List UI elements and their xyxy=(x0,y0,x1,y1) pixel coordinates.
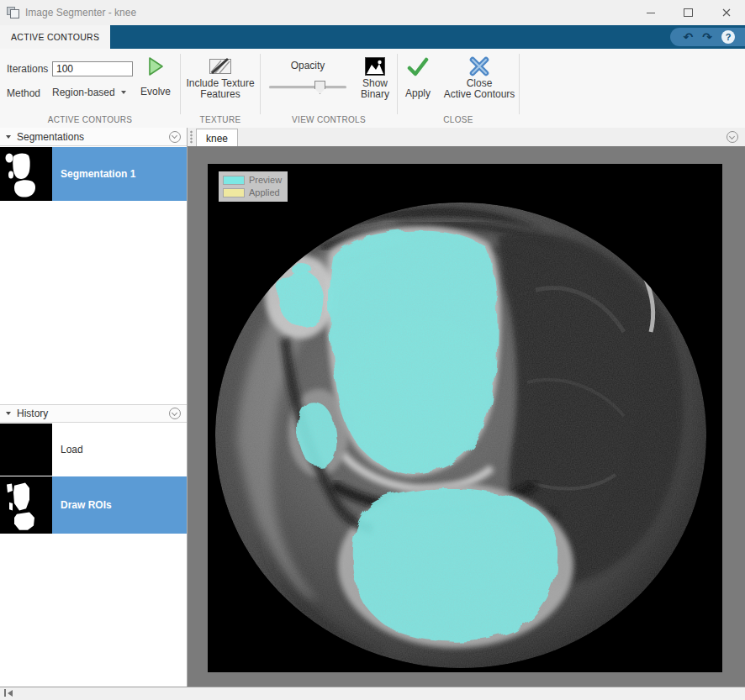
texture-label-line2: Features xyxy=(200,89,240,100)
collapse-arrow-icon xyxy=(8,690,13,697)
tab-drag-handle-icon[interactable] xyxy=(190,130,193,144)
app-icon xyxy=(7,7,19,18)
section-texture: TEXTURE xyxy=(181,115,260,124)
evolve-play-icon xyxy=(146,55,165,77)
segmentation-item-label: Segmentation 1 xyxy=(61,168,135,180)
window-title: Image Segmenter - knee xyxy=(25,7,136,18)
history-item-draw-rois[interactable]: Draw ROIs xyxy=(0,476,187,534)
chevron-down-icon xyxy=(121,91,126,94)
segmentations-panel-header[interactable]: Segmentations xyxy=(0,128,187,146)
close-label-line2: Active Contours xyxy=(444,89,515,100)
group-active-contours: Iterations Method Region-based Evolve AC… xyxy=(0,49,180,128)
draw-rois-thumbnail xyxy=(0,476,52,534)
show-binary-label-line2: Binary xyxy=(361,89,389,100)
evolve-button[interactable]: Evolve xyxy=(135,55,177,97)
window-controls xyxy=(631,0,745,25)
undo-icon[interactable]: ↶ xyxy=(684,31,694,43)
section-active-contours: ACTIVE CONTOURS xyxy=(0,115,180,124)
history-item-label: Draw ROIs xyxy=(61,499,112,511)
opacity-label: Opacity xyxy=(267,60,348,71)
apply-check-icon xyxy=(406,55,430,77)
close-active-contours-button[interactable]: Close Active Contours xyxy=(440,55,519,100)
iterations-input[interactable] xyxy=(52,61,133,76)
texture-icon xyxy=(208,55,233,77)
mri-image: Preview Applied xyxy=(208,164,722,672)
quick-access-toolbar: ↶ ↷ ? xyxy=(670,28,745,46)
legend-row-preview: Preview xyxy=(223,175,282,185)
opacity-slider-track[interactable] xyxy=(269,86,346,88)
toolstrip-tabbar: ACTIVE CONTOURS ↶ ↷ ? xyxy=(0,25,745,49)
collapse-chevron-icon xyxy=(6,412,11,415)
method-dropdown[interactable]: Region-based xyxy=(49,84,129,101)
method-label: Method xyxy=(7,87,40,99)
maximize-icon xyxy=(684,8,693,17)
panel-menu-icon[interactable] xyxy=(169,131,181,143)
group-separator xyxy=(519,54,520,114)
section-view-controls: VIEW CONTROLS xyxy=(261,115,397,124)
method-value: Region-based xyxy=(52,87,115,98)
document-tabbar: knee xyxy=(188,128,745,147)
figure-canvas[interactable]: Preview Applied xyxy=(188,146,745,687)
apply-button[interactable]: Apply xyxy=(398,55,438,99)
group-texture: Include Texture Features TEXTURE xyxy=(181,49,260,128)
collapse-chevron-icon xyxy=(6,135,11,139)
history-panel-header[interactable]: History xyxy=(0,404,187,423)
history-panel-title: History xyxy=(17,408,48,419)
group-close: Apply Close Active Contours CLOSE xyxy=(398,49,519,128)
document-tab-knee[interactable]: knee xyxy=(196,129,238,147)
opacity-slider[interactable] xyxy=(269,81,346,93)
statusbar xyxy=(0,687,745,700)
knee-mri-figure xyxy=(208,164,722,672)
load-thumbnail xyxy=(0,424,52,476)
segmentation-thumbnail xyxy=(0,147,52,201)
opacity-slider-thumb[interactable] xyxy=(314,81,325,94)
help-button[interactable]: ? xyxy=(721,30,735,44)
overlay-legend: Preview Applied xyxy=(219,171,288,202)
show-binary-button[interactable]: Show Binary xyxy=(355,55,395,100)
collapse-bar-icon xyxy=(4,689,6,697)
close-x-icon xyxy=(468,55,490,77)
close-button[interactable] xyxy=(707,0,745,25)
segmentations-panel-title: Segmentations xyxy=(17,131,84,143)
evolve-label: Evolve xyxy=(140,87,171,97)
applied-swatch xyxy=(223,188,245,197)
figure-options-icon[interactable] xyxy=(727,131,738,143)
titlebar: Image Segmenter - knee xyxy=(0,0,745,25)
redo-icon[interactable]: ↷ xyxy=(702,31,712,43)
toolstrip-ribbon: Iterations Method Region-based Evolve AC… xyxy=(0,49,745,129)
panel-menu-icon[interactable] xyxy=(169,408,181,419)
document-tab-label: knee xyxy=(206,133,228,145)
preview-label: Preview xyxy=(249,175,282,185)
iterations-label: Iterations xyxy=(7,63,48,75)
segmentation-item[interactable]: Segmentation 1 xyxy=(0,147,187,201)
maximize-button[interactable] xyxy=(669,0,707,25)
history-item-load[interactable]: Load xyxy=(0,424,187,476)
include-texture-features-button[interactable]: Include Texture Features xyxy=(181,55,260,100)
section-close: CLOSE xyxy=(398,115,519,124)
group-view-controls: Opacity Show Binary VIEW CONTROLS xyxy=(261,49,397,128)
legend-row-applied: Applied xyxy=(223,187,282,197)
close-icon xyxy=(722,8,731,17)
history-item-label: Load xyxy=(61,444,83,455)
browser-sidebar: Segmentations Segmentation 1 History xyxy=(0,128,188,687)
document-area: knee xyxy=(188,128,745,687)
show-binary-icon xyxy=(365,57,385,76)
apply-label: Apply xyxy=(405,88,431,99)
image-segmenter-window: Image Segmenter - knee ACTIVE CONTOURS ↶… xyxy=(0,0,745,700)
preview-swatch xyxy=(223,176,245,185)
minimize-button[interactable] xyxy=(631,0,669,25)
collapse-sidebar-button[interactable] xyxy=(4,689,13,697)
tab-active-contours[interactable]: ACTIVE CONTOURS xyxy=(0,25,110,49)
applied-label: Applied xyxy=(249,187,280,197)
tab-active-contours-label: ACTIVE CONTOURS xyxy=(11,32,99,42)
minimize-icon xyxy=(647,13,655,13)
